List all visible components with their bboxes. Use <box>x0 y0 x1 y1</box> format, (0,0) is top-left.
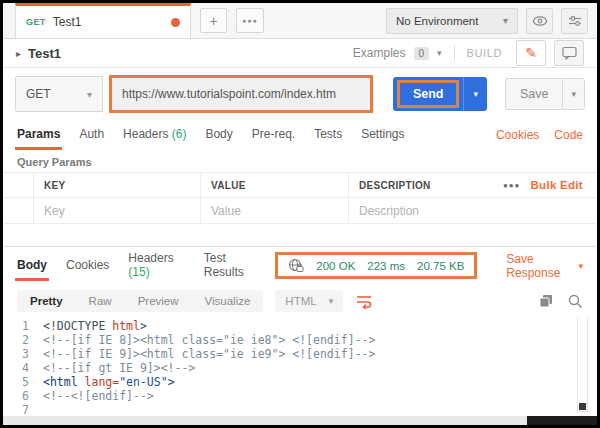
edit-request-button[interactable]: ✎ <box>516 40 546 66</box>
line-number: 4 <box>3 361 43 375</box>
more-columns-icon[interactable]: ●●● <box>503 181 521 190</box>
comment-icon <box>562 46 577 60</box>
bulk-edit-link[interactable]: Bulk Edit <box>530 179 583 191</box>
code-link[interactable]: Code <box>554 128 583 142</box>
headers-count: (6) <box>172 127 187 141</box>
view-visualize[interactable]: Visualize <box>192 290 264 312</box>
save-button[interactable]: Save <box>505 78 563 110</box>
tab-label: Pre-req. <box>252 127 295 141</box>
status-code: 200 OK <box>316 260 355 272</box>
horizontal-scrollbar[interactable] <box>3 416 597 425</box>
environment-selector[interactable]: No Environment ▾ <box>386 8 518 34</box>
line-number: 5 <box>3 375 43 389</box>
url-input[interactable]: https://www.tutorialspoint.com/index.htm <box>112 78 370 110</box>
response-tab-test-results[interactable]: Test Results <box>204 244 257 288</box>
response-tabs: Body Cookies Headers (15) Test Results 2… <box>3 246 597 284</box>
send-button[interactable]: Send <box>393 77 464 111</box>
cookies-link[interactable]: Cookies <box>496 128 539 142</box>
request-tab-test1[interactable]: GET Test1 <box>15 3 191 38</box>
value-input[interactable]: Value <box>200 198 348 223</box>
line-content: <!--<![endif]--> <box>43 389 154 403</box>
tab-options-button[interactable]: ●●● <box>236 8 264 33</box>
tab-params[interactable]: Params <box>17 120 60 150</box>
tab-pre-request[interactable]: Pre-req. <box>252 120 295 150</box>
format-selector[interactable]: HTML ▾ <box>275 290 343 312</box>
tab-label: Tests <box>314 127 342 141</box>
divider <box>454 45 455 61</box>
examples-label[interactable]: Examples <box>353 46 406 60</box>
send-options-button[interactable]: ▾ <box>463 77 487 111</box>
view-preview[interactable]: Preview <box>125 290 192 312</box>
code-line: 6<!--<![endif]--> <box>3 389 597 403</box>
unsaved-dot-icon <box>171 18 180 27</box>
wrap-text-icon[interactable] <box>355 293 373 309</box>
code-line: 5<html lang="en-US"> <box>3 375 597 389</box>
line-content: <!DOCTYPE html> <box>43 319 147 333</box>
response-size: 20.75 KB <box>417 260 464 272</box>
send-label: Send <box>397 80 460 108</box>
response-tab-headers[interactable]: Headers (15) <box>128 244 184 288</box>
query-params-table: KEY VALUE DESCRIPTION ●●● Bulk Edit Key … <box>3 172 597 224</box>
code-line: 3<!--[if IE 9]><html class="ie ie9"> <![… <box>3 347 597 361</box>
response-time: 223 ms <box>367 260 405 272</box>
plus-icon: + <box>209 13 217 29</box>
url-annotation-box: https://www.tutorialspoint.com/index.htm <box>109 75 373 113</box>
line-number: 7 <box>3 403 43 416</box>
copy-icon[interactable] <box>538 293 554 309</box>
tab-name-label: Test1 <box>53 15 82 29</box>
tab-auth[interactable]: Auth <box>79 120 104 150</box>
code-line: 1<!DOCTYPE html> <box>3 319 597 333</box>
line-number: 1 <box>3 319 43 333</box>
environment-settings-button[interactable] <box>561 8 588 34</box>
sliders-icon <box>567 13 583 29</box>
save-options-button[interactable]: ▾ <box>562 78 585 110</box>
view-mode-group: Pretty Raw Preview Visualize <box>17 290 263 312</box>
chevron-down-icon: ▾ <box>473 89 478 99</box>
new-tab-button[interactable]: + <box>200 8 227 33</box>
request-title: Test1 <box>28 46 61 61</box>
row-gutter <box>3 173 33 197</box>
comments-button[interactable] <box>554 40 584 66</box>
vertical-scrollbar-thumb[interactable] <box>579 403 586 410</box>
horizontal-scrollbar-track[interactable] <box>3 416 527 425</box>
viewbar-right <box>538 293 583 309</box>
request-tabs-right: Cookies Code <box>496 128 583 142</box>
view-raw[interactable]: Raw <box>76 290 125 312</box>
method-selector[interactable]: GET ▾ <box>15 76 103 112</box>
tab-label: Body <box>17 258 47 272</box>
response-tab-cookies[interactable]: Cookies <box>66 251 109 281</box>
description-header-label: DESCRIPTION <box>359 180 431 191</box>
url-value: https://www.tutorialspoint.com/index.htm <box>122 87 336 101</box>
tab-settings[interactable]: Settings <box>361 120 404 150</box>
vertical-scrollbar[interactable] <box>577 317 588 412</box>
line-content: <html lang="en-US"> <box>43 375 175 389</box>
tab-label: Settings <box>361 127 404 141</box>
scrollbar-corner <box>527 416 597 425</box>
examples-count-badge: 0 <box>414 47 430 60</box>
chevron-down-icon[interactable]: ▾ <box>437 48 442 58</box>
line-number: 3 <box>3 347 43 361</box>
description-input[interactable]: Description <box>348 198 597 223</box>
key-input[interactable]: Key <box>33 198 200 223</box>
response-body-code[interactable]: 1<!DOCTYPE html>2<!--[if IE 8]><html cla… <box>3 317 597 416</box>
search-icon[interactable] <box>567 293 583 309</box>
request-url-row: GET ▾ https://www.tutorialspoint.com/ind… <box>3 68 597 120</box>
row-gutter <box>3 198 33 223</box>
code-line: 7 <box>3 403 597 416</box>
request-title-actions: Examples 0 ▾ BUILD ✎ <box>353 40 584 66</box>
tab-bar: GET Test1 + ●●● No Environment ▾ <box>3 3 597 39</box>
response-status-annotation: 200 OK 223 ms 20.75 KB <box>275 252 477 279</box>
column-header-value: VALUE <box>200 173 348 197</box>
tab-tests[interactable]: Tests <box>314 120 342 150</box>
tab-headers[interactable]: Headers (6) <box>123 120 186 150</box>
environment-quick-look-button[interactable] <box>526 8 553 34</box>
tab-label: Test Results <box>204 251 244 279</box>
line-number: 2 <box>3 333 43 347</box>
response-tab-body[interactable]: Body <box>17 251 47 281</box>
save-response-button[interactable]: Save Response ▾ <box>506 252 583 280</box>
caret-right-icon[interactable]: ▸ <box>16 48 21 59</box>
save-button-group: Save ▾ <box>505 78 585 110</box>
eye-icon <box>532 13 548 29</box>
view-pretty[interactable]: Pretty <box>17 290 76 312</box>
tab-body[interactable]: Body <box>205 120 232 150</box>
